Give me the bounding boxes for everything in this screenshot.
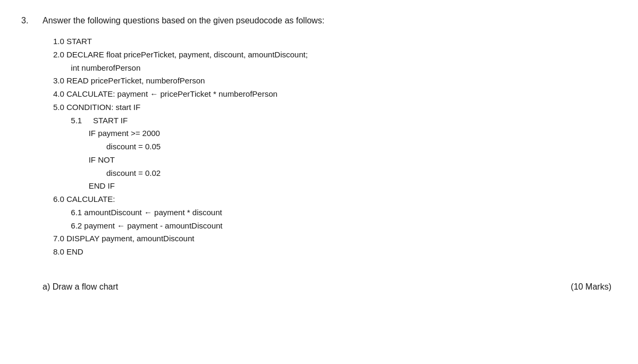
pseudocode-block: 1.0 START 2.0 DECLARE float pricePerTick…: [53, 35, 617, 259]
code-line-1: 1.0 START: [53, 35, 617, 48]
code-line-2: 2.0 DECLARE float pricePerTicket, paymen…: [53, 48, 617, 62]
question-number: 3.: [21, 16, 34, 26]
code-line-7: 5.1 START IF: [53, 114, 617, 128]
question-header: 3. Answer the following questions based …: [21, 16, 617, 26]
question-container: 3. Answer the following questions based …: [21, 16, 617, 292]
code-line-12: END IF: [53, 180, 617, 193]
code-line-3: int numberofPerson: [53, 62, 617, 75]
code-line-16: 7.0 DISPLAY payment, amountDiscount: [53, 232, 617, 246]
code-line-17: 8.0 END: [53, 246, 617, 259]
code-line-6: 5.0 CONDITION: start IF: [53, 101, 617, 114]
code-line-11: discount = 0.02: [53, 167, 617, 180]
code-line-5: 4.0 CALCULATE: payment ← pricePerTicket …: [53, 88, 617, 101]
code-line-10: IF NOT: [53, 154, 617, 167]
sub-question-a-marks: (10 Marks): [571, 282, 611, 292]
sub-question-a-label: a) Draw a flow chart: [43, 282, 118, 292]
sub-question-a: a) Draw a flow chart (10 Marks): [43, 282, 617, 292]
code-line-4: 3.0 READ pricePerTicket, numberofPerson: [53, 74, 617, 88]
question-text: Answer the following questions based on …: [43, 16, 324, 26]
code-line-14: 6.1 amountDiscount ← payment * discount: [53, 206, 617, 219]
code-line-9: discount = 0.05: [53, 140, 617, 154]
code-line-15: 6.2 payment ← payment - amountDiscount: [53, 219, 617, 233]
code-line-8: IF payment >= 2000: [53, 127, 617, 140]
code-line-13: 6.0 CALCULATE:: [53, 193, 617, 206]
